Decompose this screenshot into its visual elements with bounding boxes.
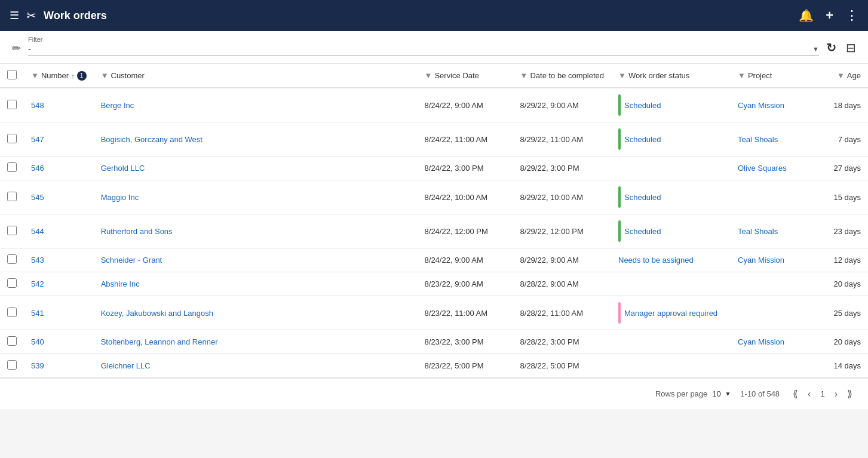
layout-icon[interactable]: ⊟	[846, 41, 856, 55]
last-page-button[interactable]: ⟫	[844, 386, 856, 402]
col-label-status: Work order status	[628, 71, 689, 80]
status-link[interactable]: Needs to be assigned	[618, 256, 694, 265]
customer-link[interactable]: Schneider - Grant	[101, 256, 162, 265]
rows-per-page-label: Rows per page	[655, 389, 707, 398]
row-checkbox[interactable]	[7, 134, 17, 143]
filter-dropdown-icon[interactable]: ▼	[812, 45, 819, 53]
work-order-id-link[interactable]: 542	[31, 279, 44, 288]
work-order-id-link[interactable]: 548	[31, 101, 44, 110]
row-status-cell	[611, 272, 731, 296]
table-row: 543Schneider - Grant8/24/22, 9:00 AM8/29…	[0, 248, 868, 272]
work-order-id-link[interactable]: 541	[31, 309, 44, 318]
row-checkbox[interactable]	[7, 192, 17, 201]
filter-field: Filter - ▼	[28, 36, 819, 56]
notification-icon[interactable]: 🔔	[799, 8, 814, 23]
row-checkbox-cell	[0, 296, 24, 330]
row-checkbox-cell	[0, 248, 24, 272]
next-page-button[interactable]: ›	[831, 386, 841, 402]
row-customer-cell: Gerhold LLC	[94, 156, 418, 180]
add-icon[interactable]: +	[826, 8, 833, 23]
project-link[interactable]: Olive Squares	[738, 164, 787, 173]
status-link[interactable]: Scheduled	[624, 193, 661, 202]
row-project-cell: Teal Shoals	[731, 122, 820, 156]
table-row: 541Kozey, Jakubowski and Langosh8/23/22,…	[0, 296, 868, 330]
row-complete-date-cell: 8/28/22, 5:00 PM	[513, 354, 611, 378]
work-order-id-link[interactable]: 546	[31, 164, 44, 173]
row-service-date-cell: 8/24/22, 11:00 AM	[418, 122, 513, 156]
more-options-icon[interactable]: ⋮	[845, 8, 858, 23]
customer-link[interactable]: Abshire Inc	[101, 279, 140, 288]
status-bar-indicator	[618, 94, 621, 116]
filter-icon-number[interactable]: ▼	[31, 71, 39, 80]
customer-link[interactable]: Bogisich, Gorczany and West	[101, 135, 203, 144]
row-age-cell: 18 days	[820, 88, 868, 122]
project-link[interactable]: Cyan Mission	[738, 101, 784, 110]
project-link[interactable]: Teal Shoals	[738, 135, 778, 144]
row-checkbox[interactable]	[7, 278, 17, 288]
rows-per-page-select[interactable]: 10 25 50	[712, 389, 731, 398]
filter-bar: ✏ Filter - ▼ ↻ ⊟	[0, 31, 868, 64]
filter-icon-customer[interactable]: ▼	[101, 71, 109, 80]
row-checkbox-cell	[0, 214, 24, 248]
row-service-date-cell: 8/24/22, 10:00 AM	[418, 180, 513, 214]
filter-icon-status[interactable]: ▼	[618, 71, 626, 80]
work-order-id-link[interactable]: 545	[31, 193, 44, 202]
row-project-cell	[731, 180, 820, 214]
page-navigation: ⟪ ‹ 1 › ⟫	[789, 386, 856, 402]
row-checkbox[interactable]	[7, 162, 17, 172]
work-orders-table: ▼ Number ↑ 1 ▼ Customer ▼ Service Da	[0, 64, 868, 378]
row-checkbox[interactable]	[7, 360, 17, 370]
filter-label: Filter	[28, 36, 819, 43]
customer-link[interactable]: Rutherford and Sons	[101, 227, 173, 236]
status-link[interactable]: Scheduled	[624, 135, 661, 144]
select-all-checkbox[interactable]	[7, 70, 17, 79]
filter-icon-service-date[interactable]: ▼	[425, 71, 433, 80]
customer-link[interactable]: Kozey, Jakubowski and Langosh	[101, 309, 213, 318]
work-order-id-link[interactable]: 544	[31, 227, 44, 236]
work-order-id-link[interactable]: 539	[31, 361, 44, 370]
status-link[interactable]: Scheduled	[624, 227, 661, 236]
row-project-cell	[731, 272, 820, 296]
work-order-id-link[interactable]: 547	[31, 135, 44, 144]
work-order-id-link[interactable]: 540	[31, 337, 44, 346]
row-checkbox-cell	[0, 88, 24, 122]
row-checkbox[interactable]	[7, 336, 17, 346]
work-order-id-link[interactable]: 543	[31, 256, 44, 265]
table-row: 539Gleichner LLC8/23/22, 5:00 PM8/28/22,…	[0, 354, 868, 378]
col-header-customer: ▼ Customer	[94, 64, 418, 88]
row-checkbox[interactable]	[7, 308, 17, 317]
refresh-icon[interactable]: ↻	[826, 41, 836, 55]
row-checkbox[interactable]	[7, 254, 17, 264]
status-container: Scheduled	[618, 186, 723, 208]
customer-link[interactable]: Gleichner LLC	[101, 361, 151, 370]
project-link[interactable]: Cyan Mission	[738, 337, 784, 346]
col-label-service-date: Service Date	[434, 71, 479, 80]
sort-icon-number[interactable]: ↑	[71, 72, 75, 79]
row-complete-date-cell: 8/29/22, 3:00 PM	[513, 156, 611, 180]
row-project-cell	[731, 296, 820, 330]
status-container: Scheduled	[618, 128, 723, 150]
status-link[interactable]: Manager approval required	[624, 309, 717, 318]
project-link[interactable]: Teal Shoals	[738, 227, 778, 236]
filter-edit-icon[interactable]: ✏	[12, 42, 21, 55]
menu-icon[interactable]: ☰	[10, 9, 19, 22]
row-id-cell: 540	[24, 330, 94, 354]
row-checkbox[interactable]	[7, 100, 17, 109]
status-link[interactable]: Scheduled	[624, 101, 661, 110]
customer-link[interactable]: Berge Inc	[101, 101, 134, 110]
row-id-cell: 545	[24, 180, 94, 214]
customer-link[interactable]: Gerhold LLC	[101, 164, 145, 173]
prev-page-button[interactable]: ‹	[804, 386, 814, 402]
filter-icon-complete-date[interactable]: ▼	[520, 71, 528, 80]
first-page-button[interactable]: ⟪	[789, 386, 802, 402]
filter-icon-age[interactable]: ▼	[837, 71, 845, 80]
filter-input-row: - ▼	[28, 44, 819, 56]
project-link[interactable]: Cyan Mission	[738, 256, 784, 265]
customer-link[interactable]: Stoltenberg, Leannon and Renner	[101, 337, 218, 346]
filter-icon-project[interactable]: ▼	[738, 71, 746, 80]
customer-link[interactable]: Maggio Inc	[101, 193, 139, 202]
row-customer-cell: Rutherford and Sons	[94, 214, 418, 248]
row-id-cell: 544	[24, 214, 94, 248]
row-age-cell: 20 days	[820, 330, 868, 354]
row-checkbox[interactable]	[7, 226, 17, 235]
